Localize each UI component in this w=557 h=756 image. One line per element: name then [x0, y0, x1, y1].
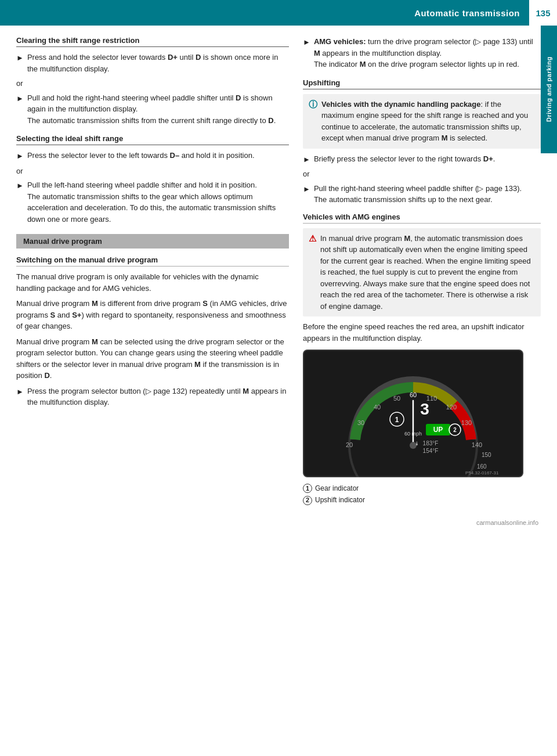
bullet-arrow-icon: ► — [16, 93, 24, 105]
bullet-text: Briefly press the selector lever to the … — [314, 153, 495, 165]
gauge-captions: 1 Gear indicator 2 Upshift indicator — [303, 483, 523, 506]
svg-text:20: 20 — [346, 441, 353, 448]
page-number: 135 — [529, 0, 557, 26]
gauge-container: 20 30 40 50 60 110 120 130 140 60 mph UP — [303, 350, 523, 506]
bullet-text: AMG vehicles: turn the drive program sel… — [314, 36, 541, 70]
caption-item-1: 1 Gear indicator — [303, 483, 523, 494]
bullet-arrow-icon: ► — [16, 150, 24, 162]
warning-box: ⚠ In manual drive program M, the automat… — [303, 228, 541, 317]
bullet-item: ► Pull and hold the right-hand steering … — [16, 92, 289, 127]
svg-text:140: 140 — [472, 441, 482, 448]
info-icon: ⓘ — [309, 99, 317, 110]
left-column: Clearing the shift range restriction ► P… — [16, 36, 289, 506]
svg-text:3: 3 — [420, 400, 429, 418]
svg-text:154°F: 154°F — [423, 448, 439, 454]
bullet-item: ► Press the program selector button (▷ p… — [16, 386, 289, 408]
caption-num-2: 2 — [303, 496, 312, 505]
or-divider: or — [303, 168, 541, 180]
section-heading-selecting: Selecting the ideal shift range — [16, 134, 289, 145]
section-heading-upshifting: Upshifting — [303, 78, 541, 89]
gauge-svg: 20 30 40 50 60 110 120 130 140 60 mph UP — [303, 350, 523, 477]
bullet-item: ► Pull the right-hand steering wheel pad… — [303, 183, 541, 206]
section-heading-clearing: Clearing the shift range restriction — [16, 36, 289, 47]
svg-text:🌡: 🌡 — [414, 441, 419, 447]
svg-text:183°F: 183°F — [423, 440, 439, 447]
main-content: Clearing the shift range restriction ► P… — [0, 26, 557, 517]
manual-drive-banner: Manual drive program — [16, 234, 289, 249]
bullet-arrow-icon: ► — [303, 183, 310, 195]
svg-text:130: 130 — [461, 419, 472, 426]
page-header: Automatic transmission 135 — [0, 0, 557, 26]
bullet-arrow-icon: ► — [303, 37, 310, 48]
caption-label-2: Upshift indicator — [315, 494, 365, 506]
caption-num-1: 1 — [303, 484, 312, 493]
bullet-arrow-icon: ► — [16, 180, 24, 192]
svg-text:30: 30 — [357, 419, 364, 426]
bullet-item: ► Press and hold the selector lever towa… — [16, 52, 289, 74]
subsection-heading-amg-engines: Vehicles with AMG engines — [303, 213, 541, 224]
bullet-text: Pull the left-hand steering wheel paddle… — [27, 179, 289, 225]
para-text: Manual drive program M can be selected u… — [16, 336, 289, 381]
bullet-arrow-icon: ► — [303, 154, 310, 165]
bullet-item: ► Press the selector lever to the left t… — [16, 150, 289, 162]
subsection-heading-switching: Switching on the manual drive program — [16, 255, 289, 267]
svg-text:P54.32-0167-31: P54.32-0167-31 — [465, 470, 499, 476]
right-column: ► AMG vehicles: turn the drive program s… — [303, 36, 541, 506]
bullet-text: Press the program selector button (▷ pag… — [27, 386, 289, 408]
info-text: Vehicles with the dynamic handling packa… — [321, 99, 535, 144]
svg-text:160: 160 — [477, 463, 487, 470]
banner-label: Manual drive program — [23, 237, 102, 246]
chapter-title: Automatic transmission — [414, 8, 520, 18]
bullet-text: Press the selector lever to the left tow… — [27, 150, 255, 161]
or-divider: or — [16, 78, 289, 89]
svg-text:40: 40 — [374, 404, 381, 411]
para-text-before-gauge: Before the engine speed reaches the red … — [303, 321, 541, 344]
svg-text:60: 60 — [410, 391, 417, 398]
svg-text:1: 1 — [395, 416, 399, 424]
caption-label-1: Gear indicator — [315, 483, 359, 494]
warning-text: In manual drive program M, the automatic… — [320, 233, 535, 312]
bullet-item-amg: ► AMG vehicles: turn the drive program s… — [303, 36, 541, 70]
section-tab: Driving and parking — [541, 26, 557, 153]
svg-text:UP: UP — [433, 426, 443, 434]
bullet-item: ► Pull the left-hand steering wheel padd… — [16, 179, 289, 225]
info-box: ⓘ Vehicles with the dynamic handling pac… — [303, 94, 541, 149]
or-divider: or — [16, 165, 289, 177]
watermark: carmanualsonline.info — [0, 517, 557, 528]
bullet-text: Press and hold the selector lever toward… — [27, 52, 289, 74]
svg-text:120: 120 — [446, 404, 457, 411]
bullet-text: Pull and hold the right-hand steering wh… — [27, 92, 289, 127]
caption-item-2: 2 Upshift indicator — [303, 494, 523, 506]
svg-text:150: 150 — [482, 452, 491, 458]
bullet-text: Pull the right-hand steering wheel paddl… — [314, 183, 522, 206]
svg-text:2: 2 — [453, 427, 457, 433]
bullet-arrow-icon: ► — [16, 386, 24, 398]
svg-text:50: 50 — [393, 395, 400, 402]
para-text: Manual drive program M is different from… — [16, 298, 289, 332]
tab-label: Driving and parking — [545, 57, 552, 123]
bullet-arrow-icon: ► — [16, 52, 24, 64]
warning-icon: ⚠ — [309, 233, 316, 244]
bullet-item: ► Briefly press the selector lever to th… — [303, 153, 541, 165]
para-text: The manual drive program is only availab… — [16, 271, 289, 294]
